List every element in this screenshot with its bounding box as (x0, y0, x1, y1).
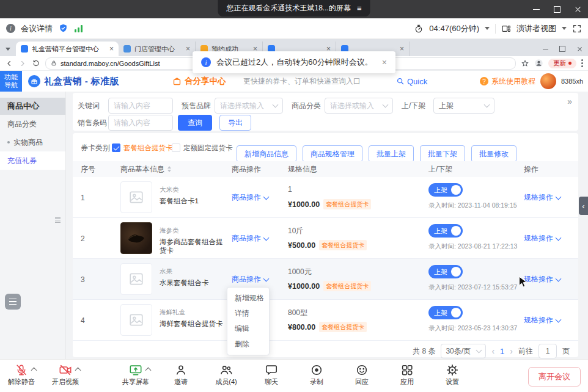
category-select[interactable]: 请选择或输入 (325, 98, 393, 114)
barcode-input[interactable] (108, 115, 173, 131)
brand-select[interactable]: 请选择或输入 (215, 98, 283, 114)
browser-tab[interactable]: 门店管理中心 × (119, 42, 196, 56)
user-avatar[interactable] (540, 73, 556, 89)
keyword-input[interactable] (108, 98, 173, 114)
menu-item-detail[interactable]: 详情 (227, 306, 269, 321)
export-button[interactable]: 导出 (219, 115, 251, 131)
tutorial-link[interactable]: ? 系统使用教程 (480, 71, 535, 92)
tab-close-icon[interactable]: × (109, 45, 114, 53)
shelf-toggle[interactable]: 上架 (428, 306, 463, 319)
batch-edit-button[interactable]: 批量修改 (471, 145, 516, 162)
checkbox-unchecked-icon[interactable] (172, 143, 180, 152)
banner-menu-icon[interactable]: ≡ (357, 4, 362, 13)
menu-item-add-spec[interactable]: 新增规格 (227, 291, 269, 306)
share-screen-button[interactable]: 共享屏幕 (120, 363, 151, 387)
sidebar-item-recharge-coupon[interactable]: 充值礼券 (0, 151, 65, 170)
shelf-toggle[interactable]: 上架 (428, 183, 463, 197)
card-type-row: 券卡类别 套餐组合提货卡 定额固定提货卡 新增商品信息 商品规格管理 批量上架 … (73, 139, 578, 156)
back-icon[interactable] (5, 59, 13, 68)
entry-time: 录入时间: 2023-07-12 15:53:27 (428, 283, 517, 292)
view-mode-label[interactable]: 演讲者视图 (516, 23, 556, 34)
timer-dropdown-icon[interactable] (485, 27, 490, 30)
spec-op-dropdown[interactable]: 规格操作 (524, 300, 560, 341)
add-goods-button[interactable]: 新增商品信息 (237, 145, 296, 162)
floating-list-button[interactable] (5, 294, 21, 310)
start-video-button[interactable]: 开启视频 (50, 363, 81, 387)
minimize-button[interactable] (526, 0, 546, 18)
goto-label: 前往 (518, 346, 533, 357)
spec-op-dropdown[interactable]: 规格操作 (524, 259, 560, 300)
shelf-select[interactable]: 上架 (433, 98, 494, 114)
menu-item-edit[interactable]: 编辑 (227, 321, 269, 336)
goods-op-dropdown[interactable]: 商品操作 (232, 218, 268, 259)
goto-page-input[interactable] (538, 344, 557, 358)
table-header: 序号 商品基本信息 商品操作 规格信息 上/下架 操作 (73, 161, 578, 177)
smiley-icon (355, 363, 369, 377)
quick-search-link[interactable]: Quick (396, 71, 427, 92)
sort-icon[interactable] (167, 166, 171, 172)
leave-meeting-button[interactable]: 离开会议 (528, 367, 581, 387)
browser-maximize-button[interactable] (554, 42, 571, 56)
browser-close-button[interactable] (571, 42, 588, 56)
spec-op-dropdown[interactable]: 规格操作 (524, 218, 560, 259)
view-dropdown-icon[interactable] (562, 27, 567, 30)
goods-op-dropdown[interactable]: 商品操作 (232, 177, 268, 218)
unmute-button[interactable]: 解除静音 (6, 363, 37, 387)
current-page[interactable]: 1 (500, 347, 504, 356)
batch-off-shelf-button[interactable]: 批量下架 (420, 145, 465, 162)
sidebar-item-goods-category[interactable]: 商品分类 (0, 115, 65, 133)
checkbox-checked-icon[interactable] (112, 143, 120, 152)
profile-avatar-icon[interactable] (534, 59, 543, 68)
spec-manage-button[interactable]: 商品规格管理 (303, 145, 362, 162)
settings-button[interactable]: 设置 (437, 363, 468, 387)
chevron-up-icon[interactable] (31, 368, 37, 374)
nav-toggle-button[interactable]: 功能 导航 (0, 71, 22, 92)
next-page-icon[interactable]: › (510, 346, 513, 356)
menu-item-delete[interactable]: 删除 (227, 336, 269, 352)
browser-minimize-button[interactable] (537, 42, 554, 56)
sidebar-section-goods-center[interactable]: 商品中心 (0, 98, 65, 115)
chevron-up-icon[interactable] (75, 368, 81, 374)
tab-close-icon[interactable]: × (400, 45, 404, 53)
right-panel-toggle[interactable]: ‹ (579, 197, 588, 215)
search-button[interactable]: 查询 (178, 115, 212, 131)
spec-tag: 套餐组合提货卡 (319, 322, 367, 332)
chevron-down-icon (263, 234, 270, 241)
record-button[interactable]: 录制 (301, 363, 332, 387)
tab-search-icon[interactable] (0, 42, 16, 56)
close-button[interactable] (567, 0, 588, 18)
toast-text: 会议已超过2人，自动转为60分钟限时会议。 (216, 57, 373, 68)
forward-icon[interactable] (18, 59, 27, 68)
batch-on-shelf-button[interactable]: 批量上架 (369, 145, 414, 162)
page-size-select[interactable]: 30条/页 (441, 344, 486, 358)
toolbar-label: 邀请 (174, 377, 188, 387)
prev-page-icon[interactable]: ‹ (491, 346, 494, 356)
apps-button[interactable]: 应用 (392, 363, 422, 387)
checkbox-fixed-card[interactable]: 定额固定提货卡 (172, 139, 233, 156)
sidebar-item-physical-goods[interactable]: 实物商品 (0, 133, 65, 151)
fullscreen-icon[interactable] (572, 24, 582, 34)
sidebar-collapse-handle[interactable] (55, 217, 61, 223)
shelf-toggle[interactable]: 上架 (428, 224, 463, 238)
maximize-button[interactable] (546, 0, 567, 18)
spec-op-dropdown[interactable]: 规格操作 (524, 177, 560, 218)
share-center-link[interactable]: 合分享中心 (172, 71, 226, 92)
checkbox-combo-card[interactable]: 套餐组合提货卡 (112, 139, 173, 156)
meeting-details-link[interactable]: 会议详情 (21, 23, 53, 34)
members-button[interactable]: 成员(4) (211, 363, 241, 387)
browser-menu-icon[interactable] (581, 59, 583, 67)
username: 8385xh (561, 71, 583, 92)
filter-collapse-icon[interactable]: » (567, 96, 572, 106)
update-chip[interactable]: 更新 (548, 59, 576, 68)
meeting-toolbar: 解除静音 开启视频 共享屏幕 (0, 359, 588, 392)
invite-button[interactable]: 邀请 (166, 363, 196, 387)
browser-tab-active[interactable]: 礼盒营销平台管理中心 × (16, 42, 119, 56)
bookmark-star-icon[interactable] (521, 59, 529, 68)
chat-button[interactable]: 聊天 (256, 363, 287, 387)
shelf-toggle[interactable]: 上架 (428, 265, 463, 278)
reload-icon[interactable] (32, 59, 40, 68)
toast-close-icon[interactable]: × (382, 57, 387, 67)
react-button[interactable]: 回应 (347, 363, 377, 387)
chevron-up-icon[interactable] (145, 368, 152, 374)
tab-close-icon[interactable]: × (186, 45, 190, 53)
